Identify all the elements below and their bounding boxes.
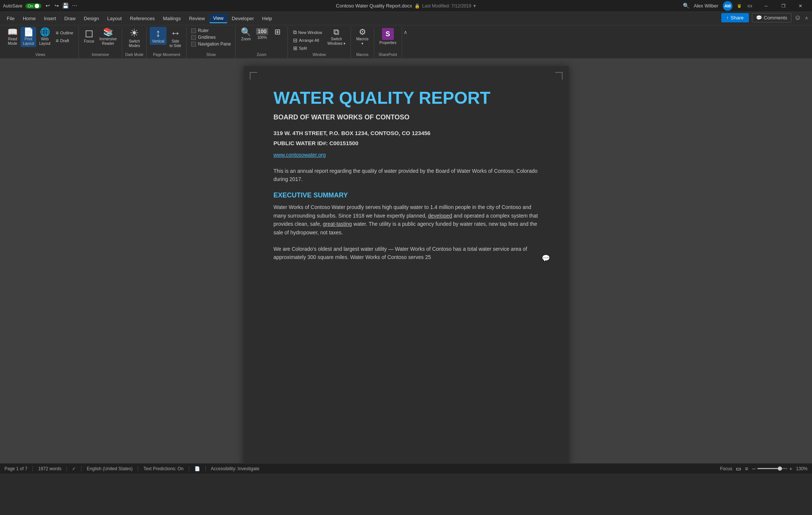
last-modified-icon: ▾ bbox=[473, 3, 476, 9]
draft-icon: ≡ bbox=[56, 38, 59, 44]
outline-icon: ≡ bbox=[56, 30, 59, 36]
filename: Contoso Water Quality Report.docx bbox=[336, 3, 412, 9]
menu-mailings[interactable]: Mailings bbox=[159, 14, 185, 23]
document-website[interactable]: www.contosowater.org bbox=[274, 152, 539, 158]
minimize-button[interactable]: ─ bbox=[757, 0, 775, 12]
new-window-button[interactable]: ⧉ New Window bbox=[291, 28, 324, 36]
arrange-all-label: Arrange All bbox=[299, 38, 319, 43]
language: English (United States) bbox=[87, 466, 133, 471]
menu-file[interactable]: File bbox=[3, 14, 18, 23]
views-group-label: Views bbox=[35, 53, 46, 57]
window-controls: ─ ❐ ✕ bbox=[757, 0, 809, 12]
switch-windows-button[interactable]: ⧉ SwitchWindows ▾ bbox=[325, 27, 348, 47]
menu-design[interactable]: Design bbox=[80, 14, 103, 23]
search-icon[interactable]: 🔍 bbox=[682, 3, 689, 9]
switch-modes-button[interactable]: ☀ SwitchModes bbox=[127, 27, 142, 49]
share-label: Share bbox=[731, 15, 744, 21]
gridlines-checkbox-box bbox=[191, 35, 196, 40]
immersive-group-label: Immersive bbox=[92, 53, 109, 57]
title-bar-left: AutoSave On ↩ ↪ 💾 ⋯ bbox=[3, 3, 78, 9]
focus-button[interactable]: Focus bbox=[720, 466, 732, 471]
read-mode-button[interactable]: 📖 ReadMode bbox=[5, 27, 20, 47]
status-divider-1 bbox=[32, 466, 33, 471]
collapse-ribbon-icon[interactable]: ∧ bbox=[804, 15, 809, 21]
side-to-side-icon: ↔ bbox=[170, 28, 181, 38]
user-avatar[interactable]: AW bbox=[723, 1, 732, 11]
vertical-icon: ↕ bbox=[156, 28, 161, 38]
ruler-checkbox[interactable]: Ruler bbox=[190, 28, 232, 34]
ribbon-collapse[interactable]: ∧ bbox=[404, 27, 407, 58]
switch-modes-icon: ☀ bbox=[130, 28, 139, 38]
zoom-plus[interactable]: + bbox=[789, 466, 792, 472]
zoom-fill bbox=[757, 468, 780, 469]
focus-icon: ◻ bbox=[85, 28, 93, 38]
switch-modes-label: SwitchModes bbox=[129, 39, 140, 48]
ribbon-group-window: ⧉ New Window ⊟ Arrange All ⊞ Split ⧉ Swi… bbox=[288, 27, 351, 58]
menu-references[interactable]: References bbox=[126, 14, 158, 23]
zoom-page-button[interactable]: ⊞ bbox=[271, 27, 284, 37]
read-mode-icon: 📖 bbox=[7, 28, 18, 36]
read-view-icon[interactable]: ≡ bbox=[745, 465, 748, 472]
macros-button[interactable]: ⚙ Macros▾ bbox=[354, 27, 371, 47]
zoom-icon: 🔍 bbox=[241, 28, 251, 36]
macros-group-label: Macros bbox=[356, 53, 368, 57]
properties-button[interactable]: S Properties bbox=[377, 27, 399, 46]
window-small-group: ⧉ New Window ⊟ Arrange All ⊞ Split bbox=[291, 27, 324, 52]
menu-insert[interactable]: Insert bbox=[40, 14, 60, 23]
draft-button[interactable]: ≡ Draft bbox=[53, 37, 75, 44]
focus-button[interactable]: ◻ Focus bbox=[82, 27, 96, 45]
save-icon[interactable]: 💾 bbox=[62, 3, 69, 9]
menu-view[interactable]: View bbox=[209, 14, 227, 23]
redo-icon[interactable]: ↪ bbox=[53, 3, 60, 9]
zoom-minus[interactable]: ─ bbox=[752, 466, 756, 472]
document-subtitle: BOARD OF WATER WORKS OF CONTOSO bbox=[274, 113, 539, 121]
restore-button[interactable]: ❐ bbox=[775, 0, 792, 12]
status-left: Page 1 of 7 1972 words ✓ English (United… bbox=[4, 466, 259, 471]
print-layout-button[interactable]: 📄 PrintLayout bbox=[21, 27, 36, 47]
menu-layout[interactable]: Layout bbox=[103, 14, 125, 23]
print-view-icon[interactable]: ▭ bbox=[736, 465, 741, 472]
toggle-circle bbox=[35, 4, 39, 8]
close-button[interactable]: ✕ bbox=[792, 0, 809, 12]
page-number: Page 1 of 7 bbox=[4, 466, 27, 471]
vertical-button[interactable]: ↕ Vertical bbox=[150, 27, 167, 45]
title-bar: AutoSave On ↩ ↪ 💾 ⋯ Contoso Water Qualit… bbox=[0, 0, 812, 12]
zoom-100-icon: 100 bbox=[256, 28, 268, 35]
status-divider-5 bbox=[189, 466, 189, 471]
immersive-reader-button[interactable]: 📚 ImmersiveReader bbox=[97, 27, 119, 47]
ribbon-display-icon[interactable]: ▭ bbox=[746, 3, 753, 9]
executive-summary-body2: We are Colorado's oldest and largest wat… bbox=[274, 245, 539, 262]
developed-underline: developed bbox=[428, 213, 452, 219]
menu-developer[interactable]: Developer bbox=[228, 14, 258, 23]
web-layout-label: WebLayout bbox=[39, 37, 50, 46]
show-items: Ruler Gridlines Navigation Pane bbox=[190, 27, 232, 52]
zoom-button[interactable]: 🔍 Zoom bbox=[239, 27, 253, 43]
vertical-label: Vertical bbox=[152, 39, 164, 44]
arrange-all-button[interactable]: ⊟ Arrange All bbox=[291, 37, 324, 44]
status-right: Focus ▭ ≡ ─ + 130% bbox=[720, 465, 808, 472]
gridlines-checkbox[interactable]: Gridlines bbox=[190, 34, 232, 40]
new-window-icon: ⧉ bbox=[293, 29, 297, 35]
document-intro: This is an annual report regarding the q… bbox=[274, 167, 539, 184]
share-button[interactable]: ↑ Share bbox=[721, 13, 749, 22]
autosave-toggle[interactable]: On bbox=[25, 3, 41, 9]
split-button[interactable]: ⊞ Split bbox=[291, 44, 324, 52]
zoom-label: Zoom bbox=[241, 37, 251, 41]
outline-button[interactable]: ≡ Outline bbox=[53, 29, 75, 37]
zoom-100-button[interactable]: 100 100% bbox=[254, 27, 270, 41]
show-group-label: Show bbox=[206, 53, 216, 57]
navigation-pane-checkbox[interactable]: Navigation Pane bbox=[190, 41, 232, 47]
more-icon[interactable]: ⋯ bbox=[71, 3, 78, 9]
document-icon: 📄 bbox=[195, 466, 200, 471]
side-to-side-button[interactable]: ↔ Sideto Side bbox=[167, 27, 183, 49]
web-layout-button[interactable]: 🌐 WebLayout bbox=[37, 27, 53, 47]
menu-home[interactable]: Home bbox=[19, 14, 40, 23]
menu-review[interactable]: Review bbox=[185, 14, 209, 23]
comments-button[interactable]: 💬 Comments bbox=[752, 13, 791, 22]
undo-icon[interactable]: ↩ bbox=[44, 3, 51, 9]
menu-draw[interactable]: Draw bbox=[60, 14, 79, 23]
menu-help[interactable]: Help bbox=[258, 14, 276, 23]
accessibility: Accessibility: Investigate bbox=[211, 466, 259, 471]
feedback-icon[interactable]: ☺ bbox=[794, 14, 801, 22]
zoom-track[interactable] bbox=[757, 468, 787, 469]
